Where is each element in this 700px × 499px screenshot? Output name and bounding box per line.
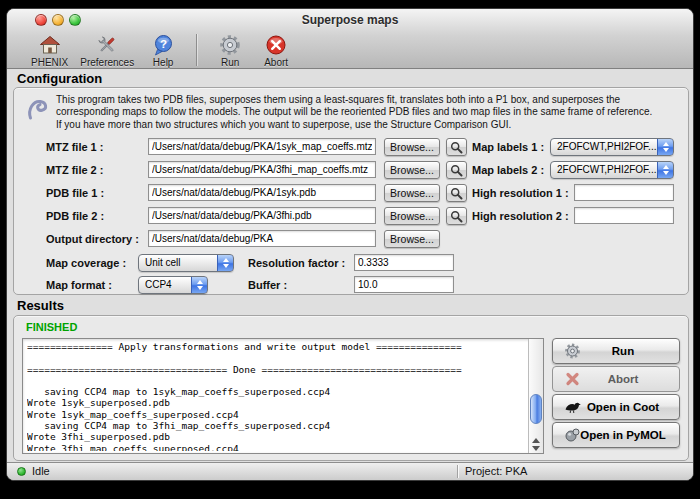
popup-arrows-icon (657, 161, 674, 179)
configuration-group: This program takes two PDB files, superp… (13, 87, 689, 295)
buffer-input[interactable] (354, 276, 454, 293)
mtz-file-1-input[interactable] (148, 138, 376, 155)
form-row-map-format: Map format : CCP4 Buffer : (46, 276, 674, 294)
toolbar-run-label: Run (221, 57, 239, 68)
high-resolution-2-input[interactable] (574, 207, 674, 224)
popup-arrows-icon (657, 138, 674, 156)
scroll-down-arrow-icon[interactable] (532, 446, 540, 451)
form-row-map-coverage: Map coverage : Unit cell Resolution fact… (46, 254, 674, 272)
mtz-file-2-input[interactable] (148, 161, 376, 178)
toolbar-separator (196, 34, 197, 66)
map-labels-2-select[interactable]: 2FOFCWT,PHI2FOF... (550, 161, 674, 179)
pymol-molecule-icon (562, 428, 582, 443)
svg-text:?: ? (160, 38, 167, 50)
console-scrollbar-thumb[interactable] (530, 394, 542, 424)
pdb-file-1-input[interactable] (148, 184, 376, 201)
status-state-text: Idle (32, 465, 50, 477)
console-scrollbar-arrows (529, 438, 543, 451)
mtz-file-1-browse-button[interactable]: Browse... (384, 138, 440, 156)
superpose-maps-window: Superpose maps PHENIX (6, 8, 694, 481)
pdb-file-1-label: PDB file 1 : (46, 187, 104, 199)
popup-arrows-icon (217, 254, 234, 272)
map-labels-2-value: 2FOFCWT,PHI2FOF... (551, 162, 673, 178)
program-description: This program takes two PDB files, superp… (56, 94, 682, 131)
map-labels-2-label: Map labels 2 : (472, 164, 544, 176)
open-in-pymol-button[interactable]: Open in PyMOL (552, 422, 680, 448)
toolbar-phenix-button[interactable]: PHENIX (31, 33, 68, 68)
output-directory-input[interactable] (148, 230, 376, 247)
phenix-home-icon (39, 33, 61, 56)
form-row-pdb-file-1: PDB file 1 : Browse... High resolution 1… (46, 184, 674, 202)
status-bar: Idle Project: PKA (7, 462, 693, 480)
screenshot-stage: Superpose maps PHENIX (0, 0, 700, 499)
mtz-file-1-label: MTZ file 1 : (46, 141, 103, 153)
magnifier-icon (450, 141, 463, 154)
open-in-coot-button[interactable]: Open in Coot (552, 394, 680, 420)
coot-bird-icon (562, 400, 582, 414)
toolbar-abort-button[interactable]: Abort (259, 33, 293, 68)
toolbar-preferences-button[interactable]: Preferences (80, 33, 134, 68)
map-coverage-label: Map coverage : (46, 257, 126, 269)
output-directory-browse-button[interactable]: Browse... (384, 230, 440, 248)
abort-icon (265, 33, 287, 56)
output-directory-label: Output directory : (46, 233, 139, 245)
toolbar-help-label: Help (153, 57, 174, 68)
popup-arrows-icon (191, 276, 208, 294)
high-resolution-2-label: High resolution 2 : (472, 210, 569, 222)
abort-button[interactable]: Abort (552, 366, 680, 392)
output-console[interactable]: =============== Apply transformations an… (22, 338, 544, 454)
form-row-pdb-file-2: PDB file 2 : Browse... High resolution 2… (46, 207, 674, 225)
title-bar[interactable]: Superpose maps (7, 9, 693, 31)
map-format-select[interactable]: CCP4 (138, 276, 208, 294)
map-labels-1-select[interactable]: 2FOFCWT,PHI2FOF... (550, 138, 674, 156)
resolution-factor-label: Resolution factor : (248, 257, 345, 269)
toolbar-preferences-label: Preferences (80, 57, 134, 68)
toolbar-run-button[interactable]: Run (213, 33, 247, 68)
form-row-output-directory: Output directory : Browse... (46, 230, 674, 248)
map-coverage-select[interactable]: Unit cell (138, 254, 234, 272)
pdb-file-2-input[interactable] (148, 207, 376, 224)
run-button[interactable]: Run (552, 338, 680, 364)
resolution-factor-input[interactable] (354, 254, 454, 271)
window-chrome: Superpose maps PHENIX (7, 9, 693, 69)
toolbar-help-button[interactable]: ? Help (146, 33, 180, 68)
status-badge: FINISHED (26, 321, 77, 333)
results-section-title: Results (17, 298, 64, 313)
console-scrollbar[interactable] (528, 339, 543, 453)
idle-status-dot (17, 467, 26, 476)
map-labels-1-value: 2FOFCWT,PHI2FOF... (551, 139, 673, 155)
scroll-up-arrow-icon[interactable] (532, 438, 540, 443)
pdb-file-1-browse-button[interactable]: Browse... (384, 184, 440, 202)
form-row-mtz-file-2: MTZ file 2 : Browse... Map labels 2 : 2F… (46, 161, 674, 179)
magnifier-icon (450, 210, 463, 223)
toolbar-phenix-label: PHENIX (31, 57, 68, 68)
help-question-icon: ? (152, 33, 174, 56)
buffer-label: Buffer : (248, 279, 287, 291)
toolbar: PHENIX Preferences (7, 31, 693, 69)
mtz-file-1-inspect-button[interactable] (446, 138, 467, 156)
window-title: Superpose maps (7, 13, 693, 27)
pdb-file-2-inspect-button[interactable] (446, 207, 467, 225)
map-format-label: Map format : (46, 279, 112, 291)
high-resolution-1-input[interactable] (574, 184, 674, 201)
pdb-file-1-inspect-button[interactable] (446, 184, 467, 202)
abort-x-icon (562, 372, 582, 387)
pdb-file-2-browse-button[interactable]: Browse... (384, 207, 440, 225)
console-text: =============== Apply transformations an… (27, 341, 525, 451)
mtz-file-2-inspect-button[interactable] (446, 161, 467, 179)
toolbar-abort-label: Abort (264, 57, 288, 68)
results-group: FINISHED =============== Apply transform… (13, 315, 689, 461)
magnifier-icon (450, 164, 463, 177)
high-resolution-1-label: High resolution 1 : (472, 187, 569, 199)
configuration-section-title: Configuration (17, 71, 102, 86)
pdb-file-2-label: PDB file 2 : (46, 210, 104, 222)
run-gear-icon (219, 33, 241, 56)
preferences-tools-icon (96, 33, 118, 56)
mtz-file-2-label: MTZ file 2 : (46, 164, 103, 176)
mtz-file-2-browse-button[interactable]: Browse... (384, 161, 440, 179)
map-labels-1-label: Map labels 1 : (472, 141, 544, 153)
project-label: Project: PKA (465, 465, 527, 477)
form-row-mtz-file-1: MTZ file 1 : Browse... Map labels 1 : 2F… (46, 138, 674, 156)
magnifier-icon (450, 187, 463, 200)
program-description-icon (26, 96, 50, 126)
